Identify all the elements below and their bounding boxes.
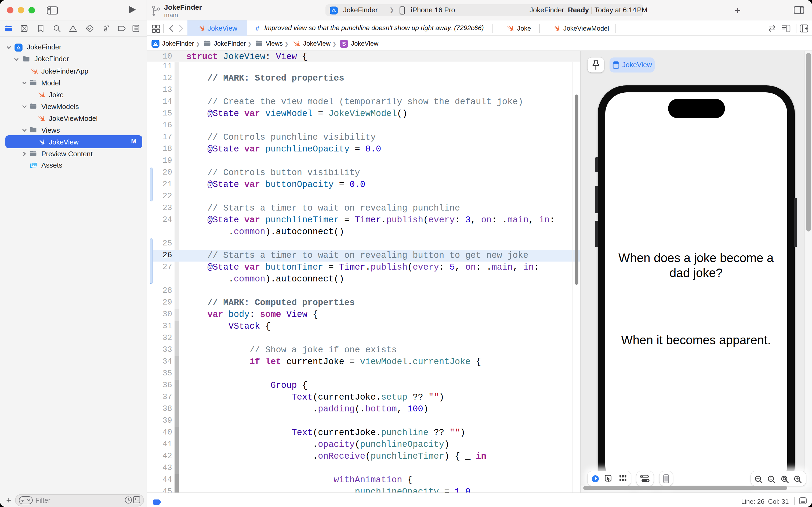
svg-text:1: 1 [770, 477, 772, 481]
